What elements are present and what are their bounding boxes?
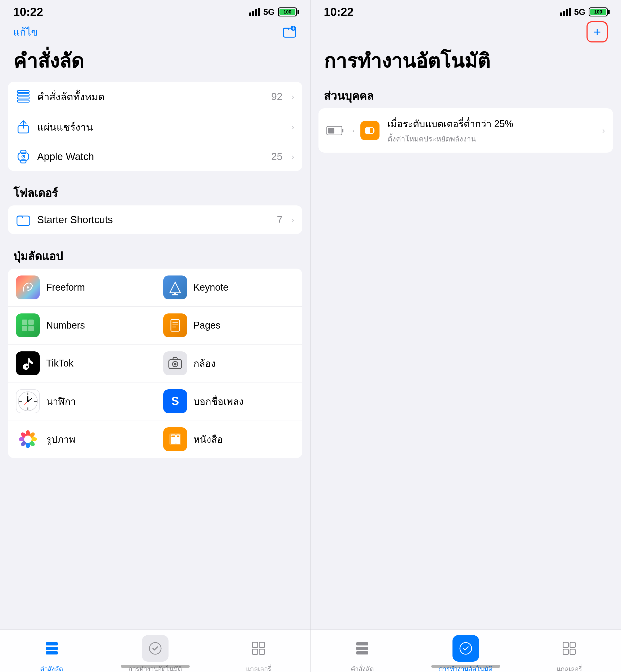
share-sheet-item[interactable]: แผ่นแชร์งาน › bbox=[8, 112, 302, 142]
clock-label: นาฬิกา bbox=[46, 394, 76, 409]
all-shortcuts-icon bbox=[16, 89, 31, 104]
svg-rect-20 bbox=[22, 320, 27, 325]
left-tab-shortcuts[interactable]: คำสั่งลัด bbox=[0, 635, 104, 672]
battery-save-icon bbox=[360, 121, 379, 140]
svg-rect-21 bbox=[29, 320, 34, 325]
all-shortcuts-chevron: › bbox=[291, 92, 294, 102]
pages-label: Pages bbox=[194, 320, 220, 331]
starter-shortcuts-item[interactable]: Starter Shortcuts 7 › bbox=[8, 205, 302, 234]
right-signal-icon bbox=[560, 8, 571, 16]
left-page-title: คำสั่งลัด bbox=[0, 42, 310, 82]
svg-point-69 bbox=[460, 642, 471, 654]
camera-icon bbox=[163, 351, 187, 375]
app-shazam[interactable]: S บอกชื่อเพลง bbox=[155, 382, 302, 420]
numbers-label: Numbers bbox=[46, 320, 85, 331]
app-freeform[interactable]: Freeform bbox=[8, 268, 155, 306]
app-keynote[interactable]: Keynote bbox=[155, 268, 302, 306]
svg-rect-55 bbox=[46, 642, 58, 645]
arrow-right-icon: → bbox=[346, 125, 356, 136]
apple-watch-item[interactable]: Apple Watch 25 › bbox=[8, 142, 302, 171]
svg-rect-72 bbox=[563, 649, 569, 655]
right-battery: 100 bbox=[589, 7, 608, 16]
svg-rect-56 bbox=[46, 647, 58, 650]
svg-rect-5 bbox=[17, 94, 29, 96]
left-tab-shortcuts-icon-wrap bbox=[39, 635, 65, 662]
add-automation-button[interactable]: + bbox=[586, 21, 608, 42]
automation-chevron: › bbox=[602, 126, 605, 135]
left-tab-automation-icon-wrap bbox=[142, 635, 168, 662]
svg-rect-62 bbox=[259, 649, 264, 655]
automation-battery-icons: → bbox=[326, 121, 379, 140]
svg-rect-57 bbox=[46, 651, 58, 655]
svg-point-16 bbox=[27, 286, 29, 289]
photos-label: รูปภาพ bbox=[46, 432, 75, 447]
starter-shortcuts-label: Starter Shortcuts bbox=[37, 214, 271, 225]
edit-button[interactable]: แก้ไข bbox=[13, 24, 38, 40]
battery-automation-item[interactable]: → เมื่อระดับแบตเตอรี่ต่ำกว่า 25% ตั้งค่า… bbox=[319, 108, 613, 153]
svg-rect-4 bbox=[17, 90, 29, 93]
app-books[interactable]: หนังสือ bbox=[155, 420, 302, 458]
right-tab-gallery[interactable]: แกลเลอรี่ bbox=[518, 635, 621, 672]
left-time: 10:22 bbox=[13, 5, 43, 18]
right-tab-shortcuts-label: คำสั่งลัด bbox=[351, 664, 374, 672]
right-5g-label: 5G bbox=[574, 7, 585, 17]
left-tab-gallery[interactable]: แกลเลอรี่ bbox=[207, 635, 310, 672]
left-tab-shortcuts-label: คำสั่งลัด bbox=[40, 664, 63, 672]
svg-rect-23 bbox=[29, 326, 34, 331]
automation-card: → เมื่อระดับแบตเตอรี่ต่ำกว่า 25% ตั้งค่า… bbox=[319, 108, 613, 153]
tiktok-label: TikTok bbox=[46, 358, 74, 369]
app-photos[interactable]: รูปภาพ bbox=[8, 420, 155, 458]
left-tab-gallery-label: แกลเลอรี่ bbox=[246, 664, 271, 672]
freeform-icon bbox=[16, 276, 40, 299]
svg-rect-70 bbox=[563, 642, 569, 647]
svg-rect-19 bbox=[172, 294, 178, 295]
app-tiktok[interactable]: TikTok bbox=[8, 344, 155, 382]
svg-rect-59 bbox=[252, 642, 258, 647]
svg-rect-68 bbox=[356, 651, 368, 655]
folders-section-header: โฟลเดอร์ bbox=[0, 179, 310, 205]
right-tab-shortcuts[interactable]: คำสั่งลัด bbox=[310, 635, 414, 672]
apple-watch-count: 25 bbox=[271, 151, 282, 162]
apple-watch-chevron: › bbox=[291, 152, 294, 162]
left-signal-icon bbox=[249, 8, 260, 16]
right-tab-shortcuts-icon-wrap bbox=[349, 635, 375, 662]
svg-rect-22 bbox=[22, 326, 27, 331]
new-folder-icon[interactable] bbox=[283, 26, 297, 38]
tiktok-icon bbox=[16, 351, 40, 375]
clock-icon bbox=[16, 389, 40, 413]
app-camera[interactable]: กล้อง bbox=[155, 344, 302, 382]
automation-title: เมื่อระดับแบตเตอรี่ต่ำกว่า 25% bbox=[387, 116, 591, 131]
share-sheet-icon bbox=[16, 120, 31, 134]
left-battery: 100 bbox=[278, 7, 297, 16]
svg-point-30 bbox=[174, 363, 176, 366]
app-clock[interactable]: นาฬิกา bbox=[8, 382, 155, 420]
left-tab-gallery-icon-wrap bbox=[245, 635, 272, 662]
right-status-bar: 10:22 5G 100 bbox=[310, 0, 621, 21]
numbers-icon bbox=[16, 313, 40, 337]
books-icon bbox=[163, 427, 187, 451]
battery-low-icon bbox=[326, 126, 342, 135]
svg-rect-64 bbox=[373, 129, 374, 132]
left-status-bar: 10:22 5G 100 bbox=[0, 0, 310, 21]
app-pages[interactable]: Pages bbox=[155, 306, 302, 344]
left-5g-label: 5G bbox=[263, 7, 275, 17]
shazam-icon: S bbox=[163, 389, 187, 413]
starter-shortcuts-chevron: › bbox=[291, 215, 294, 225]
starter-shortcuts-count: 7 bbox=[277, 214, 282, 225]
svg-rect-52 bbox=[171, 435, 175, 437]
share-sheet-chevron: › bbox=[291, 122, 294, 132]
left-status-icons: 5G 100 bbox=[249, 7, 297, 17]
app-numbers[interactable]: Numbers bbox=[8, 306, 155, 344]
pages-icon bbox=[163, 313, 187, 337]
left-home-indicator bbox=[121, 665, 190, 668]
svg-rect-65 bbox=[366, 128, 370, 133]
shazam-label: บอกชื่อเพลง bbox=[194, 394, 244, 409]
automation-subtitle: ตั้งค่าโหมดประหยัดพลังงาน bbox=[387, 133, 591, 144]
right-status-icons: 5G 100 bbox=[560, 7, 608, 17]
svg-rect-61 bbox=[252, 649, 258, 655]
svg-rect-60 bbox=[259, 642, 264, 647]
svg-rect-71 bbox=[570, 642, 575, 647]
left-nav-bar: แก้ไข bbox=[0, 21, 310, 42]
all-shortcuts-item[interactable]: คำสั่งลัดทั้งหมด 92 › bbox=[8, 82, 302, 112]
right-home-indicator bbox=[431, 665, 500, 668]
